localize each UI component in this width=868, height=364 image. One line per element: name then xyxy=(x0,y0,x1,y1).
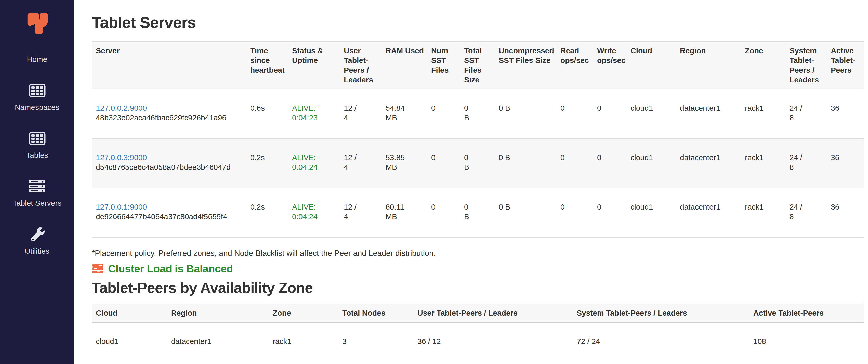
server-uuid: de926664477b4054a37c80ad4f5659f4 xyxy=(96,212,227,221)
user-peers-cell: 36 / 12 xyxy=(413,323,572,362)
status-cell: ALIVE: 0:04:24 xyxy=(288,188,340,238)
status-cell: ALIVE: 0:04:23 xyxy=(288,89,340,139)
active-peers-cell: 36 xyxy=(827,89,864,139)
server-cell: 127.0.0.1:9000 de926664477b4054a37c80ad4… xyxy=(92,188,246,238)
sidebar-item-tables[interactable]: Tables xyxy=(0,129,74,160)
status-alive-text: ALIVE: 0:04:24 xyxy=(292,203,317,221)
table-row: 127.0.0.3:9000 d54c8765ce6c4a058a07bdee3… xyxy=(92,139,864,188)
sidebar-item-label: Tables xyxy=(26,150,48,160)
sidebar: Home Namespaces xyxy=(0,0,74,364)
write-ops-cell: 0 xyxy=(593,139,626,188)
ram-cell: 54.84 MB xyxy=(381,89,427,139)
balance-status-text: Cluster Load is Balanced xyxy=(108,263,233,275)
column-header: Cloud xyxy=(626,41,676,89)
sidebar-item-tablet-servers[interactable]: Tablet Servers xyxy=(0,177,74,208)
column-header: Status & Uptime xyxy=(288,41,340,89)
column-header: System Tablet-Peers / Leaders xyxy=(785,41,827,89)
sidebar-item-label: Utilities xyxy=(25,246,50,256)
uncompressed-sst-cell: 0 B xyxy=(495,188,556,238)
num-sst-cell: 0 xyxy=(427,139,460,188)
uncompressed-sst-cell: 0 B xyxy=(495,139,556,188)
tablet-servers-table: Server Time since heartbeat Status & Upt… xyxy=(92,41,864,238)
heartbeat-cell: 0.6s xyxy=(246,89,288,139)
zone-cell: rack1 xyxy=(741,139,785,188)
server-uuid: d54c8765ce6c4a058a07bdee3b46047d xyxy=(96,163,230,171)
zone-cell: rack1 xyxy=(741,89,785,139)
cloud-cell: cloud1 xyxy=(92,323,167,362)
active-peers-cell: 36 xyxy=(827,139,864,188)
cloud-cell: cloud1 xyxy=(626,89,676,139)
user-peers-cell: 12 / 4 xyxy=(340,89,381,139)
table-row: cloud1 datacenter1 rack1 3 36 / 12 72 / … xyxy=(92,323,864,362)
column-header: Num SST Files xyxy=(427,41,460,89)
placement-note: *Placement policy, Preferred zones, and … xyxy=(92,248,868,258)
server-link[interactable]: 127.0.0.2:9000 xyxy=(96,104,147,112)
sidebar-item-utilities[interactable]: Utilities xyxy=(0,225,74,256)
read-ops-cell: 0 xyxy=(556,89,593,139)
column-header: Read ops/sec xyxy=(556,41,593,89)
sidebar-item-label: Tablet Servers xyxy=(13,198,62,208)
server-stack-icon xyxy=(92,264,104,274)
table-grid-icon xyxy=(29,82,45,99)
system-peers-cell: 72 / 24 xyxy=(572,323,749,362)
az-section-title: Tablet-Peers by Availability Zone xyxy=(92,279,868,297)
server-cell: 127.0.0.2:9000 48b323e02aca46fbac629fc92… xyxy=(92,89,246,139)
sidebar-item-label: Namespaces xyxy=(15,102,59,112)
column-header: Total SST Files Size xyxy=(460,41,495,89)
sidebar-item-label: Home xyxy=(27,55,47,64)
ram-cell: 53.85 MB xyxy=(381,139,427,188)
server-uuid: 48b323e02aca46fbac629fc926b41a96 xyxy=(96,114,226,122)
uncompressed-sst-cell: 0 B xyxy=(495,89,556,139)
sidebar-nav: Home Namespaces xyxy=(0,34,74,256)
user-peers-cell: 12 / 4 xyxy=(340,139,381,188)
status-alive-text: ALIVE: 0:04:23 xyxy=(292,104,317,122)
server-link[interactable]: 127.0.0.1:9000 xyxy=(96,203,147,211)
column-header: Cloud xyxy=(92,304,167,323)
yugabyte-logo-icon[interactable] xyxy=(25,12,50,34)
table-header-row: Server Time since heartbeat Status & Upt… xyxy=(92,41,864,89)
column-header: Uncompressed SST Files Size xyxy=(495,41,556,89)
system-peers-cell: 24 / 8 xyxy=(785,89,827,139)
ram-cell: 60.11 MB xyxy=(381,188,427,238)
server-link[interactable]: 127.0.0.3:9000 xyxy=(96,153,147,161)
active-peers-cell: 108 xyxy=(749,323,864,362)
column-header: RAM Used xyxy=(381,41,427,89)
server-rack-icon xyxy=(28,177,46,195)
cloud-cell: cloud1 xyxy=(626,188,676,238)
total-sst-cell: 0 B xyxy=(460,89,495,139)
column-header: Server xyxy=(92,41,246,89)
sidebar-item-namespaces[interactable]: Namespaces xyxy=(0,82,74,112)
column-header: Total Nodes xyxy=(338,304,413,323)
region-cell: datacenter1 xyxy=(676,188,741,238)
zone-cell: rack1 xyxy=(269,323,338,362)
status-alive-text: ALIVE: 0:04:24 xyxy=(292,153,317,171)
write-ops-cell: 0 xyxy=(593,188,626,238)
column-header: Zone xyxy=(269,304,338,323)
cluster-balance-status: Cluster Load is Balanced xyxy=(92,263,868,275)
column-header: Write ops/sec xyxy=(593,41,626,89)
column-header: Active Tablet-Peers xyxy=(827,41,864,89)
table-header-row: Cloud Region Zone Total Nodes User Table… xyxy=(92,304,864,323)
num-sst-cell: 0 xyxy=(427,89,460,139)
heartbeat-cell: 0.2s xyxy=(246,139,288,188)
server-cell: 127.0.0.3:9000 d54c8765ce6c4a058a07bdee3… xyxy=(92,139,246,188)
table-row: 127.0.0.2:9000 48b323e02aca46fbac629fc92… xyxy=(92,89,864,139)
total-nodes-cell: 3 xyxy=(338,323,413,362)
user-peers-cell: 12 / 4 xyxy=(340,188,381,238)
region-cell: datacenter1 xyxy=(676,89,741,139)
column-header: System Tablet-Peers / Leaders xyxy=(572,304,749,323)
column-header: Active Tablet-Peers xyxy=(749,304,864,323)
total-sst-cell: 0 B xyxy=(460,188,495,238)
column-header: Time since heartbeat xyxy=(246,41,288,89)
active-peers-cell: 36 xyxy=(827,188,864,238)
wrench-icon xyxy=(29,225,45,243)
region-cell: datacenter1 xyxy=(676,139,741,188)
cloud-cell: cloud1 xyxy=(626,139,676,188)
sidebar-item-home[interactable]: Home xyxy=(0,55,74,64)
main-content: Tablet Servers Server Time since heartbe… xyxy=(74,0,868,364)
system-peers-cell: 24 / 8 xyxy=(785,139,827,188)
column-header: User Tablet-Peers / Leaders xyxy=(340,41,381,89)
read-ops-cell: 0 xyxy=(556,188,593,238)
zone-cell: rack1 xyxy=(741,188,785,238)
total-sst-cell: 0 B xyxy=(460,139,495,188)
